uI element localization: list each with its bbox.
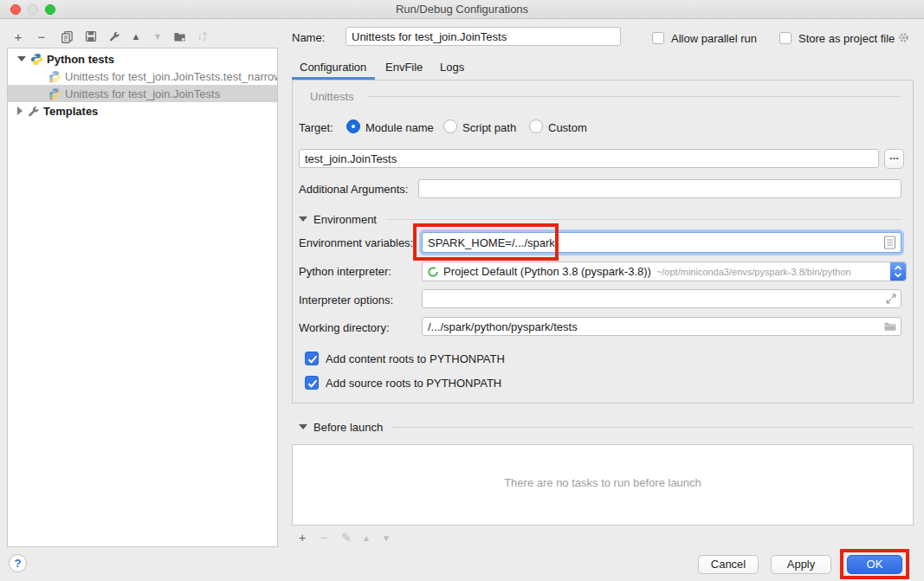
before-launch-edit-button[interactable]: ✎ (338, 530, 355, 545)
edit-templates-button[interactable] (105, 28, 124, 45)
python-test-icon (48, 70, 61, 83)
copy-icon (61, 30, 74, 43)
unittests-section-label: Unittests (310, 90, 354, 103)
templates-wrench-icon (27, 105, 40, 118)
working-directory-input[interactable] (422, 317, 901, 336)
new-folder-button[interactable] (170, 28, 189, 45)
save-configuration-button[interactable] (81, 28, 100, 45)
remove-configuration-button[interactable]: − (32, 28, 51, 45)
working-directory-label: Working directory: (299, 321, 390, 334)
tree-item-jointests-selected[interactable]: Unittests for test_join.JoinTests (8, 85, 277, 102)
before-launch-task-list: There are no tasks to run before launch (292, 444, 914, 526)
check-icon (306, 352, 320, 366)
dropdown-stepper[interactable] (890, 262, 906, 281)
allow-parallel-run-label: Allow parallel run (671, 32, 757, 45)
tab-envfile[interactable]: EnvFile (385, 61, 423, 74)
before-launch-remove-button[interactable]: − (315, 530, 333, 545)
additional-arguments-input[interactable] (418, 179, 901, 198)
pencil-icon: ✎ (341, 531, 352, 545)
gear-icon[interactable] (897, 31, 910, 44)
allow-parallel-run-checkbox[interactable] (652, 32, 664, 44)
folder-icon[interactable] (883, 320, 897, 333)
move-down-button[interactable]: ▼ (148, 28, 167, 45)
target-label: Target: (299, 121, 333, 134)
python-test-icon (48, 87, 61, 100)
move-up-icon: ▲ (132, 31, 141, 42)
annotation-box-env-vars (413, 223, 559, 261)
section-divider (367, 96, 901, 97)
before-launch-move-up-button[interactable]: ▲ (358, 530, 375, 545)
move-down-icon: ▼ (382, 533, 391, 543)
radio-script-path[interactable] (443, 119, 457, 133)
minus-icon: − (320, 531, 327, 545)
help-button[interactable]: ? (9, 554, 27, 572)
add-source-roots-label: Add source roots to PYTHONPATH (326, 377, 501, 390)
add-source-roots-checkbox[interactable] (305, 376, 319, 390)
name-input[interactable] (346, 27, 621, 46)
section-divider (388, 219, 901, 220)
radio-custom[interactable] (529, 119, 543, 133)
add-configuration-button[interactable]: + (9, 28, 28, 45)
python-interpreter-label: Python interpreter: (299, 265, 391, 278)
titlebar: Run/Debug Configurations (0, 0, 924, 19)
tree-item-label: Unittests for test_join.JoinTests.test_n… (65, 70, 278, 83)
environment-variables-label: Environment variables: (299, 236, 413, 249)
interpreter-options-label: Interpreter options: (299, 294, 393, 307)
name-label: Name: (292, 31, 325, 44)
radio-script-path-label: Script path (462, 121, 516, 134)
store-as-project-file-label: Store as project file (798, 32, 895, 45)
tree-item-test-narrow[interactable]: Unittests for test_join.JoinTests.test_n… (8, 68, 277, 85)
wrench-icon (108, 30, 120, 42)
interpreter-options-input[interactable] (422, 289, 901, 308)
radio-custom-label: Custom (548, 121, 587, 134)
check-icon (306, 377, 320, 391)
tree-group-templates[interactable]: Templates (8, 102, 277, 119)
save-icon (85, 30, 97, 42)
move-down-icon: ▼ (153, 31, 163, 42)
plus-icon: + (15, 29, 23, 44)
plus-icon: + (299, 531, 306, 545)
apply-button[interactable]: Apply (771, 555, 831, 574)
browse-target-button[interactable]: ... (884, 149, 904, 169)
before-launch-section-chevron-icon[interactable] (299, 424, 307, 429)
annotation-box-ok-button (840, 549, 909, 579)
tree-group-label: Python tests (47, 53, 114, 66)
radio-module-name-label: Module name (365, 121, 434, 134)
store-as-project-file-checkbox[interactable] (779, 32, 792, 44)
expand-field-icon[interactable] (885, 293, 897, 305)
cancel-button[interactable]: Cancel (698, 555, 759, 574)
sort-configurations-button[interactable]: ↓ az (192, 28, 211, 45)
python-tests-icon (30, 53, 43, 66)
add-content-roots-checkbox[interactable] (305, 352, 319, 365)
run-debug-configurations-dialog: Run/Debug Configurations + − ▲ ▼ ↓ az Py… (0, 0, 924, 581)
tab-configuration[interactable]: Configuration (300, 61, 366, 74)
environment-section-chevron-icon[interactable] (299, 216, 307, 222)
move-up-icon: ▲ (362, 533, 371, 543)
radio-module-name[interactable] (346, 119, 360, 133)
configurations-tree: Python tests Unittests for test_join.Joi… (7, 48, 278, 547)
before-launch-section-label: Before launch (313, 421, 383, 434)
before-launch-move-down-button[interactable]: ▼ (378, 530, 395, 545)
browse-env-vars-icon[interactable] (883, 236, 896, 249)
tab-logs[interactable]: Logs (440, 61, 464, 74)
target-input[interactable] (299, 149, 879, 168)
copy-configuration-button[interactable] (57, 28, 76, 45)
python-interpreter-value: Project Default (Python 3.8 (pyspark-3.8… (443, 265, 651, 278)
environment-section-label: Environment (313, 213, 377, 226)
move-up-button[interactable]: ▲ (126, 28, 145, 45)
tree-item-label: Unittests for test_join.JoinTests (65, 87, 220, 100)
additional-arguments-label: Additional Arguments: (299, 183, 408, 196)
chevron-right-icon[interactable] (17, 107, 23, 115)
tree-group-python-tests[interactable]: Python tests (8, 50, 277, 68)
python-interpreter-select[interactable]: Project Default (Python 3.8 (pyspark-3.8… (422, 261, 907, 281)
minus-icon: − (38, 29, 46, 44)
conda-environment-icon (427, 266, 439, 278)
add-content-roots-label: Add content roots to PYTHONPATH (326, 352, 505, 365)
before-launch-add-button[interactable]: + (294, 530, 311, 545)
python-interpreter-path: ~/opt/miniconda3/envs/pyspark-3.8/bin/py… (656, 267, 851, 277)
tree-group-label: Templates (43, 105, 98, 118)
chevron-down-icon[interactable] (17, 56, 26, 61)
chevron-up-down-icon (890, 262, 906, 281)
sort-alphabetically-icon: ↓ az (197, 30, 207, 42)
section-divider (391, 427, 914, 428)
